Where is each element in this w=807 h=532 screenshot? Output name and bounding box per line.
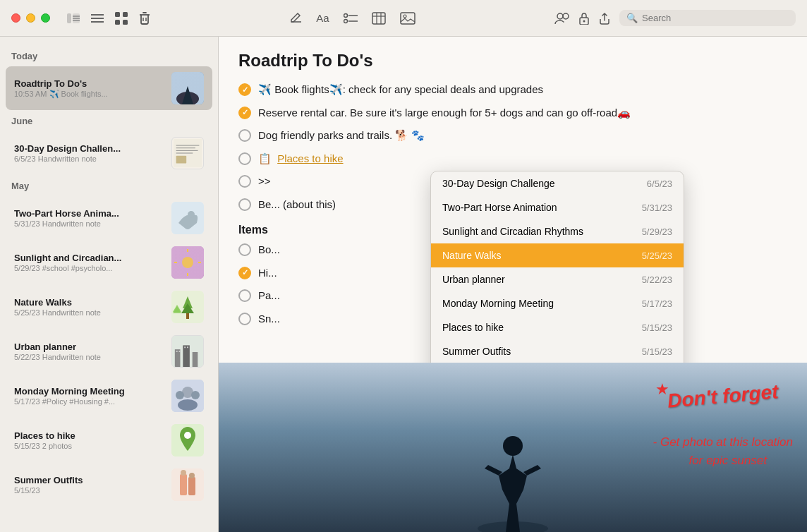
svg-rect-55 xyxy=(184,346,186,348)
font-icon[interactable]: Aa xyxy=(316,12,329,24)
svg-point-19 xyxy=(344,19,347,23)
svg-point-26 xyxy=(404,15,406,18)
dropdown-item-1[interactable]: Two-Part Horse Animation5/31/23 xyxy=(431,195,684,219)
compose-icon[interactable] xyxy=(289,12,302,25)
sidebar-item-summer-thumb xyxy=(171,468,204,501)
sidebar-toggle-icon[interactable] xyxy=(67,13,80,23)
dropdown-item-6[interactable]: Places to hike5/15/23 xyxy=(431,315,684,339)
sidebar: Today Roadtrip To Do's 10:53 AM ✈️ Book … xyxy=(0,37,219,532)
note-item-2[interactable]: Reserve rental car. Be sure it's large e… xyxy=(238,105,787,121)
sidebar-item-summer[interactable]: Summer Outfits 5/15/23 xyxy=(6,463,212,507)
sidebar-item-monday[interactable]: Monday Morning Meeting 5/17/23 #Policy #… xyxy=(6,374,212,418)
sidebar-item-design[interactable]: 30-Day Design Challen... 6/5/23 Handwrit… xyxy=(6,131,212,175)
places-to-hike-link[interactable]: Places to hike xyxy=(277,152,343,164)
svg-rect-10 xyxy=(115,20,120,25)
checkbox-2[interactable] xyxy=(238,107,251,119)
svg-rect-64 xyxy=(171,468,204,501)
svg-point-42 xyxy=(182,257,193,268)
svg-point-61 xyxy=(178,399,198,411)
section-checkbox-3[interactable] xyxy=(238,289,251,302)
title-bar: Aa xyxy=(0,0,807,37)
dropdown-item-4[interactable]: Urban planner5/22/23 xyxy=(431,267,684,291)
dropdown-item-2[interactable]: Sunlight and Circadian Rhythms5/29/23 xyxy=(431,219,684,243)
minimize-button[interactable] xyxy=(26,13,35,23)
checkbox-be[interactable] xyxy=(238,198,251,211)
sidebar-section-june: June xyxy=(0,113,218,131)
dropdown-item-3[interactable]: Nature Walks5/25/23 xyxy=(431,243,684,267)
section-checkbox-1[interactable] xyxy=(238,243,251,256)
svg-rect-8 xyxy=(115,12,120,17)
note-item-link[interactable]: 📋 Places to hike xyxy=(238,151,787,167)
checkbox-arrow[interactable] xyxy=(238,175,251,188)
search-input[interactable] xyxy=(642,13,789,23)
sidebar-item-urban-title: Urban planner xyxy=(14,341,164,352)
sidebar-item-sunlight[interactable]: Sunlight and Circadian... 5/29/23 #schoo… xyxy=(6,241,212,284)
sidebar-item-sunlight-thumb xyxy=(171,246,204,279)
svg-point-30 xyxy=(583,20,585,22)
dropdown-item-7[interactable]: Summer Outfits5/15/23 xyxy=(431,339,684,363)
svg-rect-51 xyxy=(183,345,190,367)
sidebar-item-summer-title: Summer Outfits xyxy=(14,475,164,485)
svg-rect-54 xyxy=(179,351,181,352)
sidebar-item-design-subtitle: 6/5/23 Handwritten note xyxy=(14,155,164,163)
sidebar-item-horse-subtitle: 5/31/23 Handwritten note xyxy=(14,219,164,228)
svg-rect-65 xyxy=(180,474,187,495)
dropdown-item-5[interactable]: Monday Morning Meeting5/17/23 xyxy=(431,291,684,315)
dropdown-item-name-6: Places to hike xyxy=(442,322,504,333)
grid-view-icon[interactable] xyxy=(115,12,128,25)
note-content: Roadtrip To Do's ✈️ Book flights✈️: chec… xyxy=(219,37,807,363)
svg-rect-21 xyxy=(372,13,385,24)
svg-rect-25 xyxy=(401,13,415,24)
svg-point-40 xyxy=(188,211,195,218)
sidebar-item-horse[interactable]: Two-Part Horse Anima... 5/31/23 Handwrit… xyxy=(6,196,212,240)
sidebar-item-nature[interactable]: Nature Walks 5/25/23 Handwritten note xyxy=(6,285,212,329)
svg-point-27 xyxy=(557,13,563,19)
sidebar-item-nature-thumb xyxy=(171,291,204,323)
sidebar-section-today: Today xyxy=(0,48,218,66)
note-area: Roadtrip To Do's ✈️ Book flights✈️: chec… xyxy=(219,37,807,532)
traffic-lights xyxy=(11,13,50,23)
note-item-2-text: Reserve rental car. Be sure it's large e… xyxy=(258,105,787,121)
sidebar-item-nature-title: Nature Walks xyxy=(14,297,164,308)
note-item-1-text: ✈️ Book flights✈️: check for any special… xyxy=(258,82,787,98)
sidebar-item-roadtrip-thumb xyxy=(171,72,204,104)
sidebar-item-horse-thumb xyxy=(171,202,204,234)
checkbox-3[interactable] xyxy=(238,129,251,142)
dropdown-item-date-0: 6/5/23 xyxy=(647,179,672,189)
lock-icon[interactable] xyxy=(578,12,590,25)
search-bar[interactable]: 🔍 xyxy=(619,10,796,26)
sidebar-item-places-thumb xyxy=(171,424,204,457)
note-item-1[interactable]: ✈️ Book flights✈️: check for any special… xyxy=(238,82,787,98)
checkbox-1[interactable] xyxy=(238,83,251,96)
dropdown-item-name-7: Summer Outfits xyxy=(442,346,511,357)
list-view-icon[interactable] xyxy=(91,13,104,23)
note-title: Roadtrip To Do's xyxy=(238,51,787,71)
sidebar-item-sunlight-subtitle: 5/29/23 #school #psycholo... xyxy=(14,264,164,272)
maximize-button[interactable] xyxy=(41,13,50,23)
search-icon: 🔍 xyxy=(626,13,638,23)
share-icon[interactable] xyxy=(598,12,611,25)
collaborate-icon[interactable] xyxy=(554,12,570,25)
note-image: ★ Don't forget - Get photo at this locat… xyxy=(219,363,807,532)
dropdown-item-date-3: 5/25/23 xyxy=(642,250,672,261)
sidebar-item-roadtrip[interactable]: Roadtrip To Do's 10:53 AM ✈️ Book flight… xyxy=(6,66,212,110)
dropdown-item-0[interactable]: 30-Day Design Challenge6/5/23 xyxy=(431,171,684,195)
checklist-icon[interactable] xyxy=(344,13,358,24)
note-item-3[interactable]: Dog friendly parks and trails. 🐕 🐾 xyxy=(238,128,787,144)
svg-point-68 xyxy=(189,473,195,478)
sidebar-item-places[interactable]: Places to hike 5/15/23 2 photos xyxy=(6,418,212,462)
close-button[interactable] xyxy=(11,13,20,23)
section-checkbox-4[interactable] xyxy=(238,313,251,325)
section-checkbox-2[interactable] xyxy=(238,267,251,279)
media-icon[interactable] xyxy=(400,12,415,25)
toolbar-right: 🔍 xyxy=(554,10,796,26)
sidebar-item-summer-subtitle: 5/15/23 xyxy=(14,486,164,495)
table-icon[interactable] xyxy=(372,12,386,25)
checkbox-link[interactable] xyxy=(238,152,251,165)
dropdown-item-name-2: Sunlight and Circadian Rhythms xyxy=(442,226,583,237)
dropdown-item-name-1: Two-Part Horse Animation xyxy=(442,202,557,213)
sidebar-item-places-subtitle: 5/15/23 2 photos xyxy=(14,442,164,450)
sidebar-item-urban[interactable]: Urban planner 5/22/23 Handwritten note xyxy=(6,330,212,373)
delete-icon[interactable] xyxy=(139,12,150,25)
dropdown-item-name-0: 30-Day Design Challenge xyxy=(442,178,555,189)
